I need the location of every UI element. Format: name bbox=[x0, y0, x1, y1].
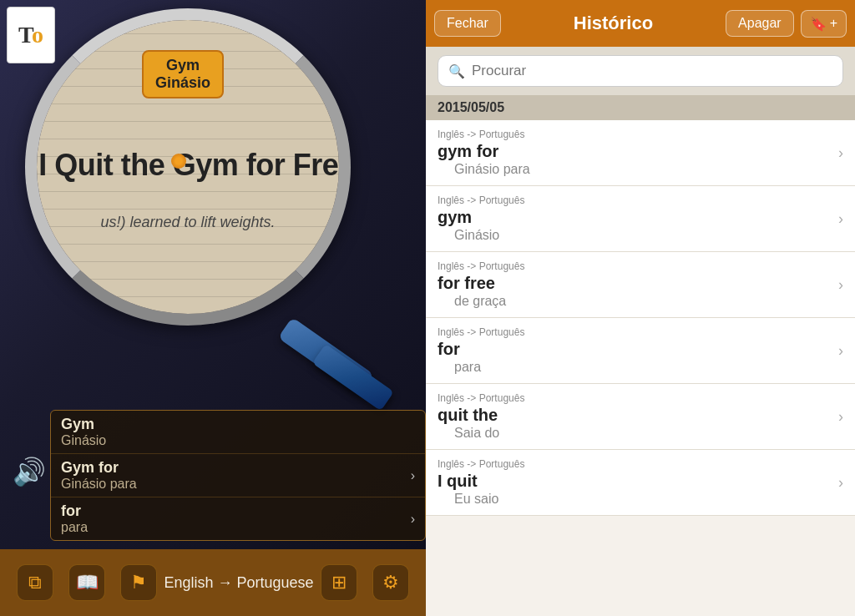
bottom-icons-left: ⧉ 📖 ⚑ bbox=[17, 564, 157, 601]
chevron-right-icon-2: › bbox=[830, 210, 843, 228]
close-button[interactable]: Fechar bbox=[434, 10, 501, 37]
trans-orig-1: Gym bbox=[61, 416, 415, 433]
search-bar: 🔍 bbox=[426, 47, 855, 95]
language-label: English → Portuguese bbox=[157, 574, 321, 592]
search-input-wrap: 🔍 bbox=[438, 55, 843, 87]
trans-orig-2: Gym for bbox=[61, 459, 391, 477]
history-orig-2: gym bbox=[438, 208, 830, 227]
history-orig-3: for free bbox=[438, 274, 830, 293]
logo-button[interactable]: To bbox=[7, 7, 55, 63]
chevron-right-icon-5: › bbox=[830, 408, 843, 426]
history-lang-3: Inglês -> Português bbox=[438, 260, 830, 272]
history-trans-4: para bbox=[438, 360, 830, 375]
bubble-orig: Gym bbox=[155, 57, 210, 74]
chevron-right-icon-1: › bbox=[830, 144, 843, 162]
gear-icon[interactable]: ⚙ bbox=[372, 564, 409, 601]
history-item-content-1: Inglês -> Português gym for Ginásio para bbox=[438, 129, 830, 177]
trans-row-1[interactable]: Gym Ginásio bbox=[51, 411, 425, 454]
trans-translated-3: para bbox=[61, 520, 391, 535]
left-panel: : I Quit the Gym for Free us!) learned t… bbox=[0, 0, 426, 616]
trans-orig-3: for bbox=[61, 502, 391, 520]
list-item[interactable]: Inglês -> Português I quit Eu saio › bbox=[426, 450, 855, 516]
history-item-content-6: Inglês -> Português I quit Eu saio bbox=[438, 458, 830, 507]
stack-icon[interactable]: ⊞ bbox=[321, 564, 357, 601]
history-item-content-3: Inglês -> Português for free de graça bbox=[438, 260, 830, 309]
trans-translated-1: Ginásio bbox=[61, 433, 415, 448]
speaker-area[interactable]: 🔊 bbox=[8, 451, 50, 492]
arrow-icon-3: › bbox=[401, 507, 425, 532]
bookmark-icon: 🔖 bbox=[810, 16, 827, 32]
history-list: Inglês -> Português gym for Ginásio para… bbox=[426, 120, 855, 616]
trans-row-2[interactable]: Gym for Ginásio para › bbox=[51, 454, 425, 497]
list-item[interactable]: Inglês -> Português quit the Saia do › bbox=[426, 384, 855, 450]
translation-list: Gym Ginásio Gym for Ginásio para › for p… bbox=[50, 410, 426, 541]
history-lang-4: Inglês -> Português bbox=[438, 326, 830, 338]
trans-text-1: Gym Ginásio bbox=[51, 411, 425, 453]
arrow-icon-2: › bbox=[401, 463, 425, 488]
history-lang-5: Inglês -> Português bbox=[438, 392, 830, 404]
delete-button[interactable]: Apagar bbox=[726, 10, 794, 37]
trans-text-3: for para bbox=[51, 497, 401, 540]
history-lang-2: Inglês -> Português bbox=[438, 194, 830, 206]
list-item[interactable]: Inglês -> Português gym for Ginásio para… bbox=[426, 120, 855, 186]
logo-text: To bbox=[18, 22, 43, 48]
history-trans-5: Saia do bbox=[438, 426, 830, 441]
trans-text-2: Gym for Ginásio para bbox=[51, 454, 401, 497]
search-icon: 🔍 bbox=[448, 63, 465, 79]
history-trans-2: Ginásio bbox=[438, 228, 830, 243]
history-item-content-2: Inglês -> Português gym Ginásio bbox=[438, 194, 830, 243]
magnifier-subtext: us!) learned to lift weights. bbox=[100, 214, 275, 231]
right-panel: Fechar Histórico Apagar 🔖 + 🔍 2015/05/05… bbox=[426, 0, 855, 616]
add-label: + bbox=[830, 16, 837, 31]
copy-icon[interactable]: ⧉ bbox=[17, 564, 53, 601]
flag-icon[interactable]: ⚑ bbox=[120, 564, 157, 601]
bottom-bar: ⧉ 📖 ⚑ English → Portuguese ⊞ ⚙ bbox=[0, 549, 426, 616]
chevron-right-icon-4: › bbox=[830, 342, 843, 360]
bottom-icons-right: ⊞ ⚙ bbox=[321, 564, 409, 601]
chevron-right-icon-3: › bbox=[830, 276, 843, 294]
book-icon[interactable]: 📖 bbox=[68, 564, 105, 601]
date-header: 2015/05/05 bbox=[426, 95, 855, 120]
list-item[interactable]: Inglês -> Português gym Ginásio › bbox=[426, 186, 855, 252]
list-item[interactable]: Inglês -> Português for para › bbox=[426, 318, 855, 384]
trans-row-3[interactable]: for para › bbox=[51, 497, 425, 540]
history-lang-6: Inglês -> Português bbox=[438, 458, 830, 470]
history-item-content-5: Inglês -> Português quit the Saia do bbox=[438, 392, 830, 441]
history-orig-6: I quit bbox=[438, 472, 830, 491]
trans-translated-2: Ginásio para bbox=[61, 477, 391, 492]
history-item-content-4: Inglês -> Português for para bbox=[438, 326, 830, 375]
search-input[interactable] bbox=[472, 63, 832, 79]
right-header: Fechar Histórico Apagar 🔖 + bbox=[426, 0, 855, 47]
chevron-right-icon-6: › bbox=[830, 474, 843, 492]
list-item[interactable]: Inglês -> Português for free de graça › bbox=[426, 252, 855, 318]
history-orig-4: for bbox=[438, 340, 830, 359]
magnifier-dot bbox=[171, 154, 186, 169]
history-trans-3: de graça bbox=[438, 294, 830, 309]
speaker-icon[interactable]: 🔊 bbox=[8, 451, 50, 492]
bubble-trans: Ginásio bbox=[155, 74, 210, 92]
history-orig-5: quit the bbox=[438, 406, 830, 425]
history-lang-1: Inglês -> Português bbox=[438, 129, 830, 140]
magnifier-text: : I Quit the Gym for Free bbox=[25, 148, 351, 183]
history-trans-1: Ginásio para bbox=[438, 162, 830, 177]
add-bookmark-button[interactable]: 🔖 + bbox=[801, 10, 847, 38]
history-orig-1: gym for bbox=[438, 142, 830, 161]
translation-bubble: Gym Ginásio bbox=[142, 50, 224, 98]
history-trans-6: Eu saio bbox=[438, 492, 830, 507]
panel-title: Histórico bbox=[508, 13, 719, 34]
